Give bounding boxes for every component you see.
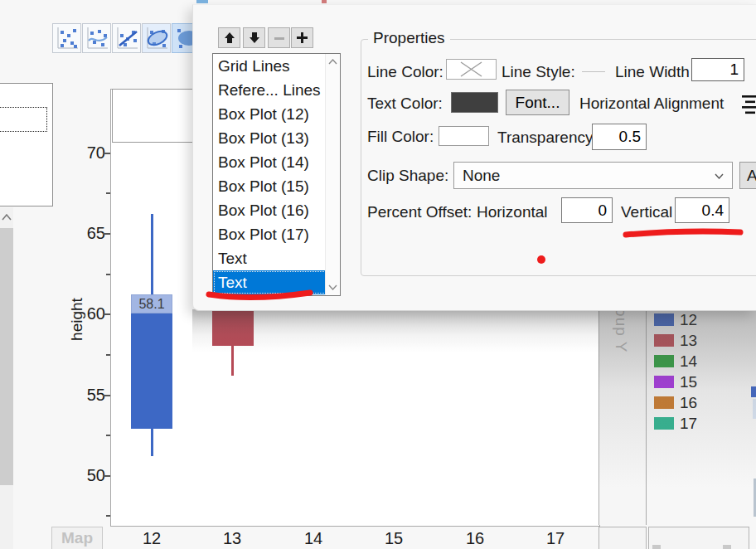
properties-group-title: Properties bbox=[368, 29, 450, 47]
clip-shape-label: Clip Shape: bbox=[367, 167, 448, 185]
fit-line-icon bbox=[113, 24, 140, 52]
y-major-tick bbox=[103, 395, 110, 396]
toolbar-scatter-points-button[interactable] bbox=[52, 23, 81, 53]
dialog-shadow bbox=[192, 309, 598, 352]
list-item[interactable]: Box Plot (15) bbox=[213, 174, 340, 198]
boxplot-12-upper-whisker[interactable] bbox=[151, 214, 153, 294]
y-tick-label: 55 bbox=[77, 386, 105, 404]
list-item[interactable]: Box Plot (14) bbox=[213, 150, 340, 174]
red-dot-annotation bbox=[537, 255, 545, 264]
list-item[interactable]: Grid Lines bbox=[213, 54, 340, 78]
smoother-icon bbox=[83, 24, 110, 52]
list-item[interactable]: Box Plot (17) bbox=[213, 222, 340, 246]
boxplot-text-annotation[interactable]: 58.1 bbox=[131, 294, 172, 313]
list-item[interactable]: Text bbox=[213, 246, 340, 270]
jmp-customize-graph-screen: 70 65 60 55 50 12 13 14 15 16 17 height … bbox=[0, 0, 756, 549]
y-minor-tick bbox=[106, 274, 110, 275]
line-style-label: Line Style: bbox=[502, 63, 575, 81]
move-down-button[interactable] bbox=[243, 27, 265, 48]
scroll-up-icon[interactable] bbox=[2, 214, 12, 221]
y-minor-tick bbox=[106, 435, 110, 436]
y-minor-tick bbox=[106, 354, 110, 356]
dialog-shadow bbox=[598, 309, 756, 488]
plus-icon bbox=[296, 32, 308, 44]
map-drop-zone[interactable]: Map bbox=[51, 527, 103, 549]
arrow-up-icon bbox=[224, 32, 235, 44]
line-color-swatch-button[interactable] bbox=[446, 59, 497, 80]
x-tick-label: 13 bbox=[214, 529, 250, 548]
y-major-tick bbox=[103, 153, 110, 154]
red-underline-annotation-vertical bbox=[620, 224, 746, 242]
left-report-panel bbox=[0, 83, 53, 206]
clip-shape-value: None bbox=[463, 167, 500, 184]
toolbar-density-button[interactable] bbox=[172, 23, 193, 53]
vertical-offset-input[interactable] bbox=[675, 197, 729, 223]
scroll-up-icon[interactable] bbox=[328, 59, 337, 65]
horizontal-offset-input[interactable] bbox=[561, 197, 613, 223]
y-major-tick bbox=[103, 475, 110, 477]
fill-color-swatch-button[interactable] bbox=[439, 126, 489, 146]
y-minor-tick bbox=[106, 192, 110, 194]
cut-titlebar-fragment bbox=[196, 0, 208, 3]
toolbar-smoother-button[interactable] bbox=[82, 23, 111, 53]
y-major-tick bbox=[103, 313, 110, 315]
y-major-tick bbox=[103, 233, 110, 235]
vertical-scrollbar[interactable] bbox=[0, 207, 13, 549]
move-up-button[interactable] bbox=[218, 27, 240, 48]
scrollbar-thumb[interactable] bbox=[0, 228, 13, 485]
percent-offset-label: Percent Offset: bbox=[367, 203, 472, 221]
transparency-label: Transparency bbox=[497, 129, 593, 147]
x-tick-label: 16 bbox=[457, 529, 493, 548]
transparency-input[interactable] bbox=[592, 124, 647, 150]
customize-graph-dialog: Grid Lines Refere... Lines Box Plot (12)… bbox=[192, 4, 756, 311]
scatter-points-icon bbox=[53, 24, 80, 52]
scroll-down-icon[interactable] bbox=[328, 284, 337, 290]
x-tick-label: 14 bbox=[295, 529, 332, 548]
horizontal-alignment-label: Horizontal Alignment bbox=[579, 95, 724, 113]
line-style-sample[interactable] bbox=[582, 71, 605, 72]
line-width-input[interactable] bbox=[691, 58, 744, 81]
red-underline-annotation-list bbox=[204, 288, 315, 304]
arrow-down-icon bbox=[249, 32, 260, 44]
line-color-label: Line Color: bbox=[367, 63, 443, 81]
x-tick-label: 12 bbox=[133, 529, 170, 548]
y-tick-label: 50 bbox=[77, 466, 105, 484]
y-tick-label: 70 bbox=[77, 143, 105, 162]
no-color-x-icon bbox=[447, 60, 496, 79]
boxplot-12-lower-whisker[interactable] bbox=[151, 429, 153, 456]
cut-ui-fragment bbox=[723, 545, 731, 549]
text-color-swatch-button[interactable] bbox=[451, 92, 498, 113]
y-tick-label: 65 bbox=[77, 224, 105, 242]
x-tick-label: 17 bbox=[537, 529, 574, 548]
list-item[interactable]: Box Plot (13) bbox=[213, 126, 340, 150]
y-minor-tick bbox=[106, 515, 110, 517]
boxplot-12-box[interactable] bbox=[131, 294, 172, 429]
list-item[interactable]: Box Plot (16) bbox=[213, 198, 340, 222]
text-color-label: Text Color: bbox=[367, 95, 443, 113]
selection-marquee bbox=[0, 107, 47, 132]
toolbar-ellipse-button[interactable] bbox=[142, 23, 171, 53]
listbox-scrollbar[interactable] bbox=[325, 54, 340, 295]
add-item-button[interactable] bbox=[291, 27, 313, 48]
cut-ui-fragment bbox=[652, 545, 661, 549]
toolbar-fit-line-button[interactable] bbox=[112, 23, 141, 53]
density-icon bbox=[172, 24, 193, 52]
font-button[interactable]: Font... bbox=[506, 90, 569, 115]
bottom-drop-zone[interactable] bbox=[648, 527, 749, 549]
remove-item-button[interactable] bbox=[268, 27, 290, 48]
cut-titlebar-fragment bbox=[322, 0, 327, 3]
list-item[interactable]: Refere... Lines bbox=[213, 78, 340, 102]
chart-corner-box bbox=[112, 89, 193, 143]
align-center-icon[interactable] bbox=[742, 94, 756, 115]
cut-off-side-button[interactable]: A bbox=[739, 162, 756, 189]
ellipse-icon bbox=[143, 24, 170, 52]
minus-icon bbox=[274, 32, 285, 44]
vertical-offset-label: Vertical bbox=[621, 203, 672, 221]
fill-color-label: Fill Color: bbox=[367, 128, 434, 146]
bottom-drop-zone[interactable] bbox=[598, 527, 647, 549]
list-item[interactable]: Box Plot (12) bbox=[213, 102, 340, 126]
graph-elements-listbox[interactable]: Grid Lines Refere... Lines Box Plot (12)… bbox=[212, 53, 341, 296]
clip-shape-dropdown[interactable]: None bbox=[453, 162, 733, 189]
line-width-label: Line Width bbox=[615, 63, 690, 81]
horizontal-offset-label: Horizontal bbox=[477, 203, 548, 221]
